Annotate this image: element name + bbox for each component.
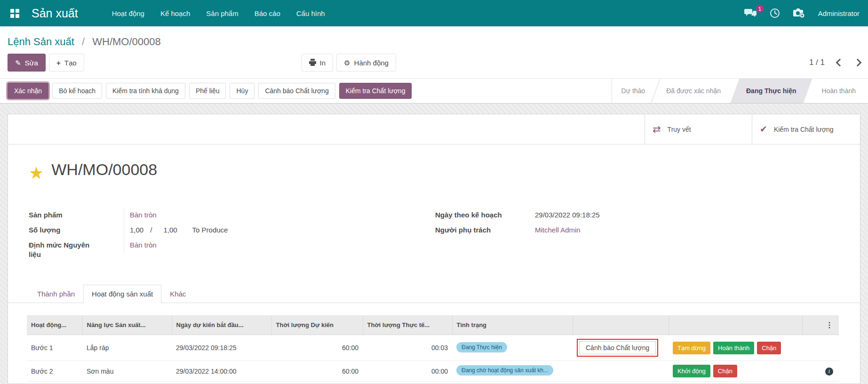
- breadcrumb: Lệnh Sản xuất / WH/MO/00008: [0, 26, 868, 54]
- quality-alert-row-button[interactable]: Cảnh báo Chất lượng: [579, 341, 656, 354]
- menu-item-2[interactable]: Kế hoạch: [160, 9, 190, 17]
- apps-grid-icon[interactable]: [10, 9, 19, 18]
- traceability-smart-button[interactable]: ⇄ Truy vết: [645, 114, 752, 144]
- quantity-produced: 1,00: [130, 226, 143, 234]
- traceability-label: Truy vết: [668, 125, 691, 134]
- cell: Sơn màu: [82, 361, 172, 382]
- create-button[interactable]: + Tạo: [49, 54, 84, 72]
- quantity-sublabel: To Produce: [192, 226, 228, 234]
- printer-icon: [309, 59, 316, 67]
- field-value: 29/03/2022 09:18:25: [535, 208, 839, 223]
- plus-icon: +: [56, 59, 61, 66]
- user-menu[interactable]: Administrator: [818, 9, 860, 17]
- pager-count: 1 / 1: [809, 58, 825, 67]
- field-label: Ngày theo kế hoạch: [435, 208, 529, 223]
- block-button[interactable]: Chặn: [713, 365, 737, 377]
- print-button[interactable]: In: [302, 54, 334, 72]
- pager-next-icon[interactable]: [854, 59, 862, 67]
- field-row: Sản phẩmBàn tròn: [29, 208, 414, 223]
- optional-columns-icon[interactable]: ⋮: [826, 321, 833, 329]
- field-value[interactable]: Mitchell Admin: [535, 223, 839, 238]
- clock-icon[interactable]: [770, 8, 780, 18]
- smart-button-box: ⇄ Truy vết ✔ Kiểm tra Chất lượng: [8, 114, 860, 144]
- favorite-star-icon[interactable]: ★: [29, 165, 44, 182]
- stage-item[interactable]: Dự thảo: [612, 78, 655, 104]
- field-row: Người phụ tráchMitchell Admin: [435, 223, 839, 238]
- record-title: WH/MO/00008: [51, 160, 157, 178]
- edit-button[interactable]: ✎ Sửa: [8, 54, 46, 72]
- cell: 60:00: [271, 335, 363, 361]
- pencil-icon: ✎: [15, 59, 21, 66]
- block-button[interactable]: Chặn: [757, 342, 781, 354]
- quality-check-button[interactable]: Kiểm tra Chất lượng: [339, 83, 412, 99]
- workorder-table-body: Bước 1Lắp ráp29/03/2022 09:18:2560:0000:…: [27, 335, 839, 382]
- stage-item[interactable]: Đã được xác nhận: [657, 78, 730, 104]
- table-row[interactable]: Bước 2Sơn màu29/03/2022 14:00:0060:0000:…: [27, 361, 839, 382]
- menu-item-5[interactable]: Cấu hình: [296, 9, 325, 17]
- pause-button[interactable]: Tạm dừng: [673, 342, 710, 354]
- pager-previous-icon[interactable]: [836, 59, 844, 67]
- chat-bubbles-icon[interactable]: 1: [744, 8, 757, 18]
- table-row[interactable]: Bước 1Lắp ráp29/03/2022 09:18:2560:0000:…: [27, 335, 839, 361]
- menu-item-4[interactable]: Báo cáo: [255, 9, 280, 17]
- field-label: Định mức Nguyên liệu: [29, 238, 99, 262]
- tab-3[interactable]: Khác: [161, 285, 194, 303]
- menu-item-3[interactable]: Sản phẩm: [206, 9, 238, 17]
- column-header-2[interactable]: Năng lực Sản xuất...: [82, 315, 172, 335]
- chat-bubbles-glyph: [744, 8, 757, 18]
- cell-actions: Khởi độngChặn: [669, 361, 802, 382]
- quality-check-smart-button[interactable]: ✔ Kiểm tra Chất lượng: [752, 114, 860, 144]
- column-header-4[interactable]: Thời lượng Dự kiến: [271, 315, 363, 335]
- field-row: Định mức Nguyên liệuBàn tròn: [29, 238, 414, 262]
- tab-2[interactable]: Hoạt động sản xuất: [83, 285, 161, 303]
- stage-item[interactable]: Hoàn thành: [812, 78, 865, 104]
- pager: 1 / 1: [809, 58, 860, 67]
- top-navbar: Sản xuất Hoạt độngKế hoạchSản phẩmBáo cá…: [0, 0, 868, 26]
- unplan-button[interactable]: Bỏ kế hoạch: [52, 83, 102, 99]
- menu-item-1[interactable]: Hoạt động: [112, 9, 144, 17]
- column-header-actions: [669, 315, 802, 335]
- field-value[interactable]: Bàn tròn: [124, 238, 414, 253]
- cell: Lắp ráp: [82, 335, 172, 361]
- info-icon[interactable]: i: [825, 368, 833, 376]
- clock-glyph: [770, 8, 780, 18]
- gear-icon: ⚙: [344, 59, 350, 66]
- quality-alert-button[interactable]: Cảnh báo Chất lượng: [258, 83, 335, 99]
- exchange-icon: ⇄: [653, 125, 661, 134]
- topbar-right: 1 Administrator: [744, 8, 860, 18]
- breadcrumb-current: WH/MO/00008: [92, 36, 161, 48]
- cell-quality-alert: Cảnh báo Chất lượng: [573, 335, 669, 361]
- stage-current[interactable]: Đang Thực hiện: [730, 78, 812, 104]
- app-brand[interactable]: Sản xuất: [32, 7, 78, 20]
- done-button[interactable]: Hoàn thành: [713, 342, 754, 354]
- field-row: Số lượng1,00/1,00To Produce: [29, 223, 414, 238]
- action-menu-button[interactable]: ⚙ Hành động: [336, 54, 396, 72]
- column-header-5[interactable]: Thời lượng Thực tế...: [363, 315, 452, 335]
- field-label: Số lượng: [29, 223, 99, 238]
- cancel-button[interactable]: Hủy: [230, 83, 255, 99]
- column-header-1[interactable]: Hoạt động...: [27, 315, 82, 335]
- workorder-table: Hoạt động...Năng lực Sản xuất...Ngày dự …: [27, 315, 839, 382]
- quality-check-label: Kiểm tra Chất lượng: [774, 125, 835, 134]
- breadcrumb-parent-link[interactable]: Lệnh Sản xuất: [8, 36, 74, 48]
- tab-1[interactable]: Thành phần: [29, 285, 83, 303]
- confirm-button[interactable]: Xác nhận: [8, 83, 48, 99]
- start-button[interactable]: Khởi động: [673, 365, 710, 377]
- cell: Bước 2: [27, 361, 82, 382]
- scrap-button[interactable]: Phế liệu: [189, 83, 226, 99]
- statusbar: Xác nhậnBỏ kế hoạchKiểm tra tính khả dụn…: [0, 78, 868, 104]
- form-view-background: ⇄ Truy vết ✔ Kiểm tra Chất lượng ★ WH/MO…: [0, 104, 868, 384]
- field-value[interactable]: Bàn tròn: [124, 208, 414, 223]
- column-header-3[interactable]: Ngày dự kiến bắt đầu...: [172, 315, 271, 335]
- quantity-separator: /: [150, 226, 152, 234]
- status-badge: Đang chờ hoạt động sản xuất kh...: [456, 365, 553, 376]
- check-availability-button[interactable]: Kiểm tra tính khả dụng: [106, 83, 185, 99]
- notebook-tabs: Thành phầnHoạt động sản xuấtKhác: [8, 285, 860, 303]
- field-label: Người phụ trách: [435, 223, 529, 238]
- column-header-6[interactable]: Tình trạng: [452, 315, 573, 335]
- field-group-left: Sản phẩmBàn trònSố lượng1,00/1,00To Prod…: [29, 208, 414, 262]
- camera-plus-icon[interactable]: [792, 8, 805, 18]
- form-sheet: ⇄ Truy vết ✔ Kiểm tra Chất lượng ★ WH/MO…: [8, 114, 860, 384]
- check-icon: ✔: [760, 125, 767, 134]
- message-count-badge: 1: [756, 5, 764, 13]
